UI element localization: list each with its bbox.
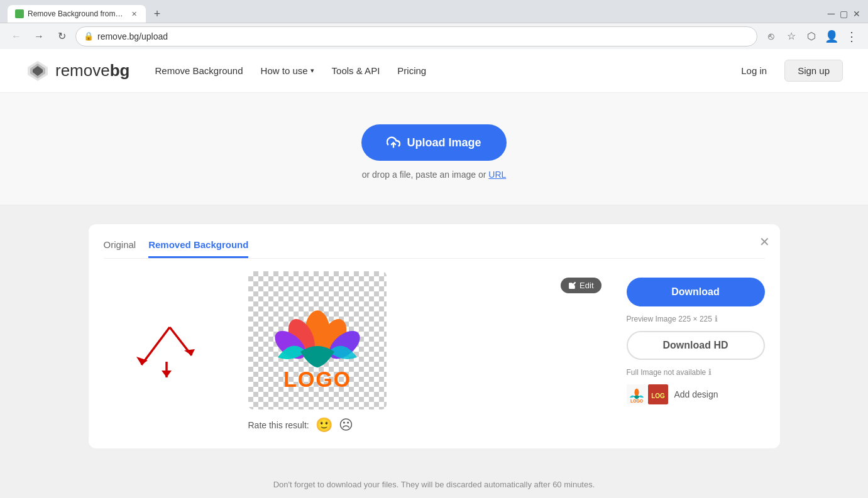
svg-point-17 (634, 389, 639, 396)
info-icon: ℹ (715, 314, 718, 323)
original-preview (104, 271, 229, 433)
result-section: ✕ Original Removed Background (0, 205, 868, 467)
menu-icon[interactable]: ⋮ (843, 28, 860, 45)
refresh-button[interactable]: ↻ (53, 28, 70, 45)
svg-marker-9 (162, 371, 172, 377)
hd-info-icon: ℹ (708, 367, 711, 377)
logo-icon (25, 60, 50, 82)
tab-original[interactable]: Original (104, 239, 136, 258)
svg-text:LOG: LOG (651, 392, 665, 399)
navbar: removebg Remove Background How to use ▾ … (0, 49, 868, 93)
signup-button[interactable]: Sign up (784, 60, 843, 82)
footer-note: Don't forget to download your files. The… (0, 467, 868, 498)
svg-text:LOGO: LOGO (630, 399, 643, 403)
forward-button[interactable]: → (30, 28, 48, 45)
result-image: LOGO (248, 271, 387, 409)
browser-toolbar: ← → ↻ 🔒 remove.bg/upload ⎋ ☆ ⬡ 👤 ⋮ (0, 23, 868, 49)
edit-button[interactable]: Edit (561, 278, 601, 293)
tab-favicon (15, 9, 24, 18)
rate-row: Rate this result: 🙂 ☹ (248, 417, 608, 433)
add-design-label: Add design (674, 389, 718, 399)
browser-actions: ⎋ ☆ ⬡ 👤 ⋮ (762, 28, 860, 45)
window-minimize-icon[interactable]: ─ (828, 8, 835, 19)
logo-text: removebg (55, 61, 129, 80)
login-button[interactable]: Log in (731, 60, 777, 81)
new-tab-button[interactable]: + (148, 5, 166, 23)
address-bar[interactable]: 🔒 remove.bg/upload (75, 26, 757, 46)
logo[interactable]: removebg (25, 60, 129, 82)
browser-tab[interactable]: Remove Background from Image ✕ (8, 5, 146, 23)
security-icon: 🔒 (84, 31, 94, 41)
result-image-container: Edit (248, 271, 608, 433)
tabs: Original Removed Background (104, 239, 765, 259)
thumbs-down-icon[interactable]: ☹ (339, 417, 353, 433)
window-restore-icon[interactable]: ▢ (840, 9, 848, 19)
nav-remove-background[interactable]: Remove Background (155, 65, 243, 76)
close-button[interactable]: ✕ (759, 234, 770, 249)
design-thumbnails: LOGO LOG (627, 384, 668, 404)
tab-removed-background[interactable]: Removed Background (148, 239, 248, 258)
upload-button[interactable]: Upload Image (361, 124, 506, 161)
upload-section: Upload Image or drop a file, paste an im… (0, 93, 868, 205)
nav-tools-api[interactable]: Tools & API (332, 65, 380, 76)
result-body: Edit (104, 271, 765, 433)
back-button[interactable]: ← (8, 28, 25, 45)
actions-panel: Download Preview Image 225 × 225 ℹ Downl… (627, 271, 765, 433)
download-hd-button[interactable]: Download HD (627, 331, 765, 360)
browser-titlebar: Remove Background from Image ✕ + ─ ▢ ✕ (0, 0, 868, 23)
design-thumb-2: LOG (648, 384, 668, 404)
nav-how-to-use[interactable]: How to use ▾ (261, 65, 314, 76)
svg-line-4 (141, 327, 170, 365)
design-thumb-1: LOGO (627, 384, 647, 404)
nav-pricing[interactable]: Pricing (397, 65, 426, 76)
hd-info: Full Image not available ℹ (627, 367, 765, 377)
logo-image: LOGO (261, 284, 374, 397)
page-content: removebg Remove Background How to use ▾ … (0, 49, 868, 498)
url-link[interactable]: URL (488, 170, 506, 180)
edit-icon (568, 281, 576, 290)
preview-info: Preview Image 225 × 225 ℹ (627, 314, 765, 323)
url-text: remove.bg/upload (97, 31, 749, 41)
result-card: ✕ Original Removed Background (89, 224, 780, 448)
download-button[interactable]: Download (627, 278, 765, 306)
add-design-row[interactable]: LOGO LOG Add design (627, 384, 765, 404)
profile-icon[interactable]: 👤 (823, 28, 840, 45)
nav-links: Remove Background How to use ▾ Tools & A… (155, 65, 731, 76)
upload-icon (387, 136, 400, 149)
tab-title: Remove Background from Image (28, 9, 123, 18)
share-icon[interactable]: ⎋ (762, 28, 780, 45)
nav-actions: Log in Sign up (731, 60, 843, 82)
chevron-down-icon: ▾ (310, 67, 314, 75)
arrow-art (123, 318, 211, 387)
bookmark-icon[interactable]: ☆ (783, 28, 800, 45)
window-close-icon[interactable]: ✕ (853, 9, 860, 19)
tab-close-icon[interactable]: ✕ (129, 9, 138, 19)
browser-chrome: Remove Background from Image ✕ + ─ ▢ ✕ ←… (0, 0, 868, 49)
upload-hint: or drop a file, paste an image or URL (13, 170, 855, 180)
thumbs-up-icon[interactable]: 🙂 (316, 417, 332, 433)
svg-marker-7 (184, 349, 195, 355)
extensions-icon[interactable]: ⬡ (803, 28, 820, 45)
svg-text:LOGO: LOGO (283, 367, 351, 391)
